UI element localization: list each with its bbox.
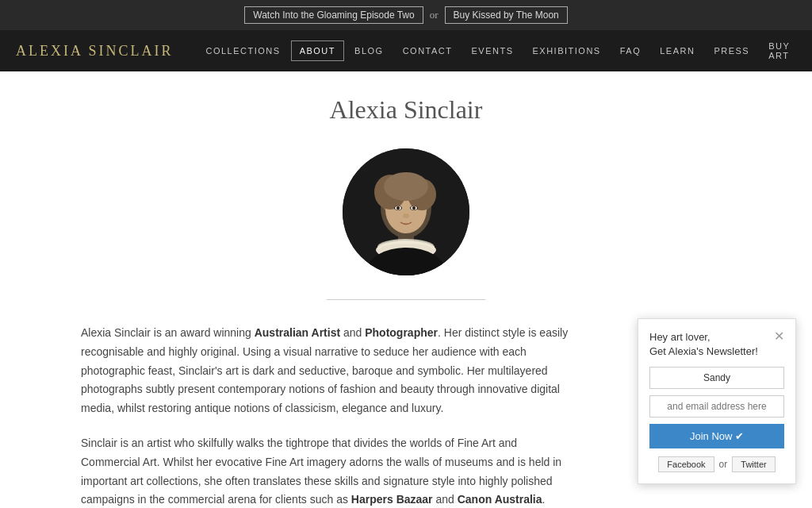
twitter-button[interactable]: Twitter — [732, 456, 775, 472]
popup-title-line2: Get Alexia's Newsletter! — [649, 344, 758, 359]
bio-paragraph-2: Sinclair is an artist who skilfully walk… — [81, 434, 573, 508]
divider — [327, 299, 485, 300]
nav-links: COLLECTIONS ABOUT BLOG CONTACT EVENTS EX… — [197, 36, 799, 66]
bio-name-inline: Alexia Sinclair — [81, 326, 151, 339]
portrait-wrap — [81, 148, 731, 275]
bio-bold-harpers: Harpers Bazaar — [351, 493, 433, 506]
nav-buy-art[interactable]: BUY ART — [760, 36, 799, 66]
popup-name-input[interactable] — [649, 367, 784, 389]
newsletter-popup: Hey art lover, Get Alexia's Newsletter! … — [638, 318, 796, 484]
brand-logo[interactable]: ALEXIA SINCLAIR — [16, 43, 174, 60]
portrait-image — [343, 148, 469, 275]
nav-learn[interactable]: LEARN — [651, 40, 703, 61]
watch-button[interactable]: Watch Into the Gloaming Episode Two — [244, 6, 423, 24]
or-separator: or — [430, 9, 439, 21]
bio-text: Alexia Sinclair is an award winning Aust… — [81, 324, 573, 508]
popup-social: Facebook or Twitter — [649, 456, 784, 472]
facebook-button[interactable]: Facebook — [658, 456, 714, 472]
nav-exhibitions[interactable]: EXHIBITIONS — [524, 40, 610, 61]
bio-paragraph-1: Alexia Sinclair is an award winning Aust… — [81, 324, 573, 418]
popup-title: Hey art lover, Get Alexia's Newsletter! — [649, 330, 758, 359]
nav-contact[interactable]: CONTACT — [394, 40, 462, 61]
svg-point-17 — [412, 206, 416, 210]
nav-faq[interactable]: FAQ — [611, 40, 650, 61]
nav-press[interactable]: PRESS — [705, 40, 758, 61]
page-title: Alexia Sinclair — [81, 95, 731, 125]
bio-bold-canon: Canon Australia — [458, 493, 542, 506]
popup-header: Hey art lover, Get Alexia's Newsletter! … — [649, 330, 784, 359]
popup-title-line1: Hey art lover, — [649, 330, 758, 344]
navbar: ALEXIA SINCLAIR COLLECTIONS ABOUT BLOG C… — [0, 30, 812, 71]
popup-or-text: or — [719, 459, 728, 470]
popup-close-button[interactable]: ✕ — [768, 330, 784, 343]
nav-collections[interactable]: COLLECTIONS — [197, 40, 289, 61]
nav-events[interactable]: EVENTS — [462, 40, 522, 61]
svg-point-16 — [396, 206, 400, 210]
svg-point-11 — [384, 172, 428, 201]
bio-bold-photographer: Photographer — [365, 326, 438, 339]
popup-join-button[interactable]: Join Now ✔ — [649, 424, 784, 448]
top-bar: Watch Into the Gloaming Episode Two or B… — [0, 0, 812, 30]
popup-email-input[interactable] — [649, 395, 784, 418]
nav-blog[interactable]: BLOG — [346, 40, 393, 61]
svg-point-18 — [403, 214, 409, 218]
buy-button[interactable]: Buy Kissed by The Moon — [445, 6, 568, 24]
bio-bold-artist: Australian Artist — [255, 326, 340, 339]
nav-about[interactable]: ABOUT — [291, 40, 344, 61]
